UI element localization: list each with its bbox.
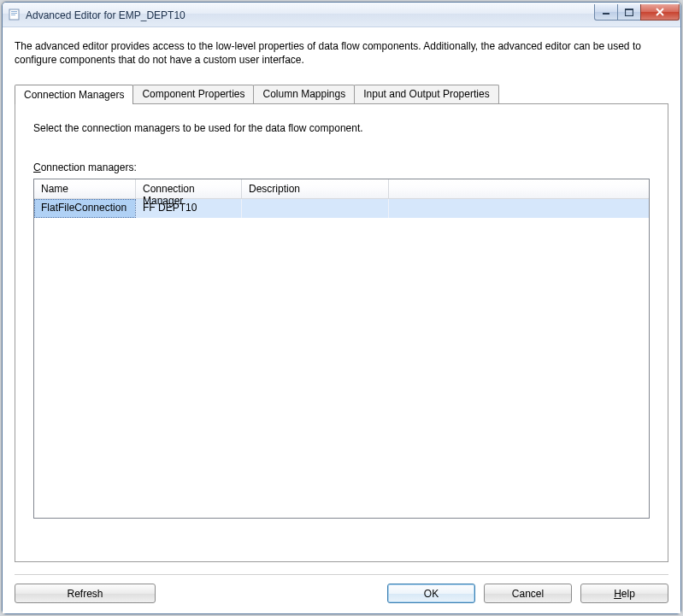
- close-button[interactable]: [640, 4, 680, 21]
- tab-column-mappings[interactable]: Column Mappings: [253, 85, 355, 103]
- cell-description[interactable]: [242, 199, 389, 218]
- maximize-button[interactable]: [617, 4, 641, 21]
- cancel-button[interactable]: Cancel: [484, 584, 572, 603]
- grid-header: Name Connection Manager Description: [34, 179, 649, 199]
- cell-manager[interactable]: FF DEPT10: [136, 199, 242, 218]
- svg-rect-3: [11, 15, 15, 15]
- title-bar[interactable]: Advanced Editor for EMP_DEPT10: [3, 3, 680, 27]
- tab-connection-managers[interactable]: Connection Managers: [15, 85, 133, 104]
- column-header-manager[interactable]: Connection Manager: [136, 179, 242, 198]
- refresh-button[interactable]: Refresh: [15, 584, 156, 603]
- page-description: Select the connection managers to be use…: [33, 122, 650, 134]
- tab-component-properties[interactable]: Component Properties: [132, 85, 254, 103]
- svg-rect-1: [11, 11, 17, 12]
- connection-managers-grid[interactable]: Name Connection Manager Description Flat…: [33, 179, 650, 519]
- tab-strip: Connection Managers Component Properties…: [15, 84, 668, 103]
- tab-page: Select the connection managers to be use…: [15, 103, 668, 562]
- help-button[interactable]: Help: [580, 584, 668, 603]
- cell-name[interactable]: FlatFileConnection: [34, 199, 136, 218]
- app-icon: [8, 8, 21, 21]
- tab-input-output-properties[interactable]: Input and Output Properties: [354, 85, 498, 103]
- intro-text: The advanced editor provides access to t…: [15, 39, 668, 67]
- client-area: The advanced editor provides access to t…: [3, 27, 680, 613]
- svg-rect-4: [603, 13, 609, 15]
- svg-rect-6: [625, 9, 633, 10]
- column-header-description[interactable]: Description: [242, 179, 389, 198]
- window-controls: [595, 4, 680, 21]
- ok-button[interactable]: OK: [387, 584, 475, 603]
- separator: [15, 574, 668, 575]
- column-header-name[interactable]: Name: [34, 179, 136, 198]
- table-row[interactable]: FlatFileConnection FF DEPT10: [34, 199, 649, 218]
- footer-buttons: Refresh OK Cancel Help: [15, 584, 668, 603]
- section-label: Connection managers:: [33, 161, 650, 173]
- dialog-window: Advanced Editor for EMP_DEPT10 The advan…: [2, 2, 681, 614]
- window-title: Advanced Editor for EMP_DEPT10: [26, 9, 595, 21]
- svg-rect-2: [11, 13, 17, 14]
- minimize-button[interactable]: [594, 4, 618, 21]
